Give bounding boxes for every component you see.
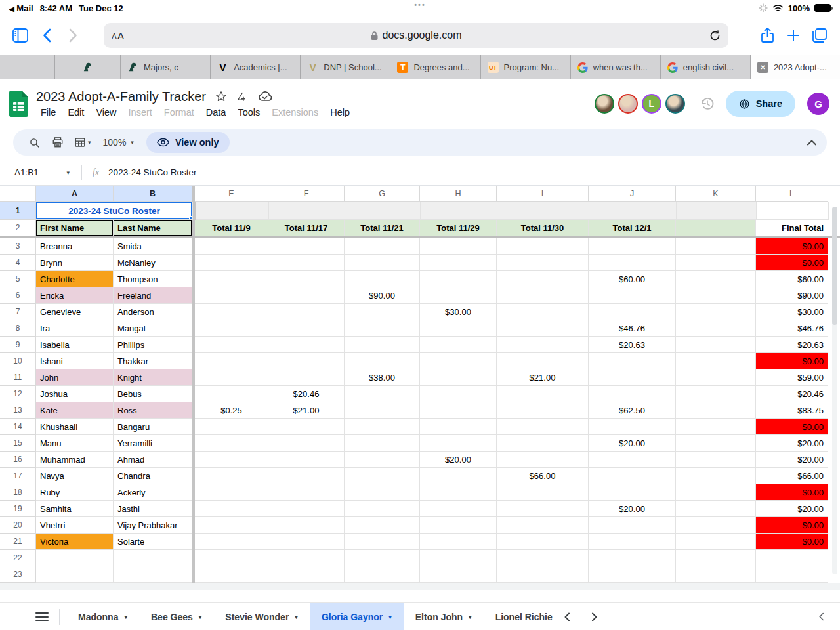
cell-L7-final-total[interactable]: $30.00 — [756, 304, 828, 320]
row-header-15[interactable]: 15 — [0, 435, 36, 452]
account-avatar[interactable]: G — [807, 93, 830, 115]
cell-H5[interactable] — [420, 271, 497, 287]
cell-J10[interactable] — [589, 353, 676, 369]
cell-G11[interactable]: $38.00 — [345, 369, 420, 386]
roster-link[interactable]: 2023-24 StuCo Roster — [68, 206, 160, 216]
cell-A21[interactable]: Victoria — [36, 534, 114, 550]
row-header-12[interactable]: 12 — [0, 386, 36, 402]
cell-J12[interactable] — [589, 386, 676, 402]
cell-J17[interactable] — [589, 468, 676, 484]
cell-B7[interactable]: Anderson — [114, 304, 192, 320]
cell-B14[interactable]: Bangaru — [114, 419, 192, 435]
cell-E9[interactable] — [195, 337, 268, 353]
cell-I20[interactable] — [497, 517, 589, 534]
cell-E11[interactable] — [195, 369, 268, 386]
menu-help[interactable]: Help — [326, 106, 354, 119]
sheet-tab-menu-icon[interactable]: ▾ — [199, 614, 202, 620]
cell-J4[interactable] — [589, 255, 676, 271]
cell-L2-final-total-header[interactable]: Final Total — [756, 220, 828, 236]
cell-A20[interactable]: Vhetrri — [36, 517, 114, 534]
cell-G15[interactable] — [345, 435, 420, 452]
cell-H18[interactable] — [420, 484, 497, 501]
cell-F17[interactable] — [268, 468, 345, 484]
cell-A8[interactable]: Ira — [36, 320, 114, 337]
cell-E8[interactable] — [195, 320, 268, 337]
cell-K10[interactable] — [676, 353, 756, 369]
row-header-6[interactable]: 6 — [0, 287, 36, 304]
row-header-2[interactable]: 2 — [0, 220, 36, 236]
cell-B8[interactable]: Mangal — [114, 320, 192, 337]
cell-E3[interactable] — [195, 238, 268, 255]
cell-K6[interactable] — [676, 287, 756, 304]
cell-K8[interactable] — [676, 320, 756, 337]
menu-data[interactable]: Data — [201, 106, 231, 119]
cell-H6[interactable] — [420, 287, 497, 304]
sheet-tab-menu-icon[interactable]: ▾ — [469, 614, 472, 620]
sheet-tab-stevie-wonder[interactable]: Stevie Wonder▾ — [213, 603, 310, 630]
cell-B3[interactable]: Smida — [114, 238, 192, 255]
share-button[interactable]: Share — [726, 91, 795, 117]
cell-J20[interactable] — [589, 517, 676, 534]
cell-A2-first-name-header[interactable]: First Name — [36, 220, 114, 236]
cell-E23[interactable] — [195, 566, 268, 583]
cell-H22[interactable] — [420, 550, 497, 566]
column-header-H[interactable]: H — [420, 186, 497, 202]
column-header-K[interactable]: K — [676, 186, 756, 202]
reload-button[interactable] — [709, 30, 721, 41]
browser-tab[interactable]: Majors, c — [121, 55, 211, 79]
cell-J15[interactable]: $20.00 — [589, 435, 676, 452]
collaborator-avatar[interactable] — [665, 94, 685, 114]
edge-scroll-left-icon[interactable] — [818, 612, 833, 621]
browser-tab[interactable]: ✕2023 Adopt-... — [751, 55, 840, 79]
add-shortcut-icon[interactable] — [236, 91, 249, 102]
formula-input[interactable]: 2023-24 StuCo Roster — [108, 167, 196, 177]
cell-F4[interactable] — [268, 255, 345, 271]
cell-F15[interactable] — [268, 435, 345, 452]
cell-I10[interactable] — [497, 353, 589, 369]
cell-E13[interactable]: $0.25 — [195, 402, 268, 419]
cell-E6[interactable] — [195, 287, 268, 304]
new-tab-icon[interactable] — [782, 24, 805, 47]
sheet-tab-menu-icon[interactable]: ▾ — [295, 614, 298, 620]
cell-F12[interactable]: $20.46 — [268, 386, 345, 402]
cell-B17[interactable]: Chandra — [114, 468, 192, 484]
cell-I8[interactable] — [497, 320, 589, 337]
cell-I1[interactable] — [497, 202, 589, 220]
row-header-22[interactable]: 22 — [0, 550, 36, 566]
cell-E16[interactable] — [195, 452, 268, 468]
cell-G20[interactable] — [345, 517, 420, 534]
cell-G22[interactable] — [345, 550, 420, 566]
cell-I6[interactable] — [497, 287, 589, 304]
sheet-scroll-left-icon[interactable] — [553, 612, 581, 621]
collaborator-avatar[interactable] — [618, 94, 638, 114]
row-header-17[interactable]: 17 — [0, 468, 36, 484]
cell-A1-title[interactable]: 2023-24 StuCo Roster — [36, 202, 193, 220]
row-header-19[interactable]: 19 — [0, 501, 36, 517]
cell-L8-final-total[interactable]: $46.76 — [756, 320, 828, 337]
cell-J19[interactable]: $20.00 — [589, 501, 676, 517]
cell-H2-total-header[interactable]: Total 11/29 — [420, 220, 497, 236]
document-title[interactable]: 2023 Adopt-A-Family Tracker — [36, 89, 206, 104]
cell-I16[interactable] — [497, 452, 589, 468]
menu-edit[interactable]: Edit — [63, 106, 89, 119]
cell-I11[interactable]: $21.00 — [497, 369, 589, 386]
cell-L23-final-total[interactable] — [756, 566, 828, 583]
cell-J3[interactable] — [589, 238, 676, 255]
cell-F20[interactable] — [268, 517, 345, 534]
cell-L13-final-total[interactable]: $83.75 — [756, 402, 828, 419]
cell-L3-final-total[interactable]: $0.00 — [756, 238, 828, 255]
cell-F10[interactable] — [268, 353, 345, 369]
cell-E10[interactable] — [195, 353, 268, 369]
cell-A15[interactable]: Manu — [36, 435, 114, 452]
sheet-scroll-right-icon[interactable] — [581, 612, 608, 621]
cell-I22[interactable] — [497, 550, 589, 566]
menu-file[interactable]: File — [36, 106, 60, 119]
cell-A11[interactable]: John — [36, 369, 114, 386]
cell-G12[interactable] — [345, 386, 420, 402]
cell-J16[interactable] — [589, 452, 676, 468]
column-header-E[interactable]: E — [195, 186, 268, 202]
cell-K18[interactable] — [676, 484, 756, 501]
cell-I3[interactable] — [497, 238, 589, 255]
cell-H15[interactable] — [420, 435, 497, 452]
cell-A7[interactable]: Genevieve — [36, 304, 114, 320]
